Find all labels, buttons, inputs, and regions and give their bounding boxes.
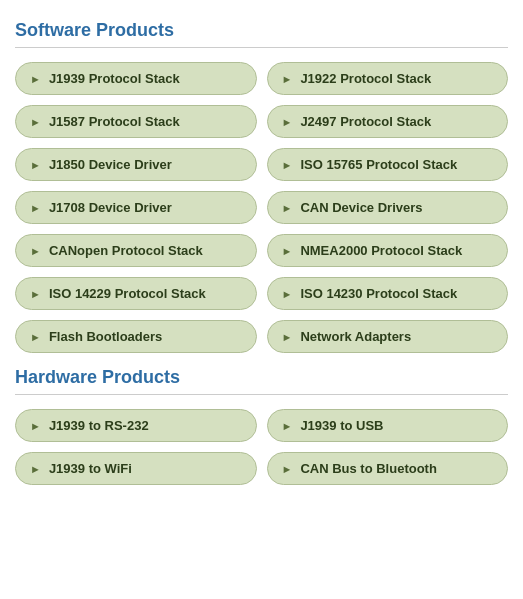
arrow-icon: ► bbox=[30, 331, 41, 343]
btn-iso15765-protocol-stack[interactable]: ► ISO 15765 Protocol Stack bbox=[267, 148, 509, 181]
software-section-title: Software Products bbox=[15, 20, 508, 48]
btn-j1922-protocol-stack[interactable]: ► J1922 Protocol Stack bbox=[267, 62, 509, 95]
hardware-section-title: Hardware Products bbox=[15, 367, 508, 395]
btn-nmea2000-protocol-stack[interactable]: ► NMEA2000 Protocol Stack bbox=[267, 234, 509, 267]
arrow-icon: ► bbox=[282, 245, 293, 257]
btn-label: CAN Bus to Bluetooth bbox=[300, 461, 436, 476]
software-grid: ► J1939 Protocol Stack ► J1922 Protocol … bbox=[15, 62, 508, 353]
btn-iso14230-protocol-stack[interactable]: ► ISO 14230 Protocol Stack bbox=[267, 277, 509, 310]
btn-label: J1939 to WiFi bbox=[49, 461, 132, 476]
arrow-icon: ► bbox=[30, 202, 41, 214]
arrow-icon: ► bbox=[282, 202, 293, 214]
btn-label: CANopen Protocol Stack bbox=[49, 243, 203, 258]
arrow-icon: ► bbox=[30, 288, 41, 300]
btn-canopen-protocol-stack[interactable]: ► CANopen Protocol Stack bbox=[15, 234, 257, 267]
btn-label: J1850 Device Driver bbox=[49, 157, 172, 172]
btn-j1708-device-driver[interactable]: ► J1708 Device Driver bbox=[15, 191, 257, 224]
btn-label: J1922 Protocol Stack bbox=[300, 71, 431, 86]
btn-label: ISO 14230 Protocol Stack bbox=[300, 286, 457, 301]
arrow-icon: ► bbox=[30, 420, 41, 432]
btn-label: Flash Bootloaders bbox=[49, 329, 162, 344]
arrow-icon: ► bbox=[282, 331, 293, 343]
btn-label: ISO 14229 Protocol Stack bbox=[49, 286, 206, 301]
btn-network-adapters[interactable]: ► Network Adapters bbox=[267, 320, 509, 353]
btn-j2497-protocol-stack[interactable]: ► J2497 Protocol Stack bbox=[267, 105, 509, 138]
btn-label: J2497 Protocol Stack bbox=[300, 114, 431, 129]
arrow-icon: ► bbox=[282, 288, 293, 300]
arrow-icon: ► bbox=[30, 159, 41, 171]
btn-label: J1939 to RS-232 bbox=[49, 418, 149, 433]
btn-can-bus-to-bluetooth[interactable]: ► CAN Bus to Bluetooth bbox=[267, 452, 509, 485]
hardware-section: Hardware Products ► J1939 to RS-232 ► J1… bbox=[15, 367, 508, 485]
btn-label: J1587 Protocol Stack bbox=[49, 114, 180, 129]
btn-j1939-to-wifi[interactable]: ► J1939 to WiFi bbox=[15, 452, 257, 485]
software-section: Software Products ► J1939 Protocol Stack… bbox=[15, 20, 508, 353]
arrow-icon: ► bbox=[30, 463, 41, 475]
arrow-icon: ► bbox=[30, 116, 41, 128]
btn-label: NMEA2000 Protocol Stack bbox=[300, 243, 462, 258]
hardware-grid: ► J1939 to RS-232 ► J1939 to USB ► J1939… bbox=[15, 409, 508, 485]
btn-label: J1939 to USB bbox=[300, 418, 383, 433]
arrow-icon: ► bbox=[282, 116, 293, 128]
btn-j1939-to-rs232[interactable]: ► J1939 to RS-232 bbox=[15, 409, 257, 442]
btn-j1939-to-usb[interactable]: ► J1939 to USB bbox=[267, 409, 509, 442]
btn-label: CAN Device Drivers bbox=[300, 200, 422, 215]
btn-label: J1708 Device Driver bbox=[49, 200, 172, 215]
btn-j1850-device-driver[interactable]: ► J1850 Device Driver bbox=[15, 148, 257, 181]
btn-flash-bootloaders[interactable]: ► Flash Bootloaders bbox=[15, 320, 257, 353]
btn-can-device-drivers[interactable]: ► CAN Device Drivers bbox=[267, 191, 509, 224]
btn-iso14229-protocol-stack[interactable]: ► ISO 14229 Protocol Stack bbox=[15, 277, 257, 310]
arrow-icon: ► bbox=[30, 73, 41, 85]
arrow-icon: ► bbox=[282, 463, 293, 475]
arrow-icon: ► bbox=[282, 73, 293, 85]
btn-j1939-protocol-stack[interactable]: ► J1939 Protocol Stack bbox=[15, 62, 257, 95]
arrow-icon: ► bbox=[30, 245, 41, 257]
btn-label: ISO 15765 Protocol Stack bbox=[300, 157, 457, 172]
btn-j1587-protocol-stack[interactable]: ► J1587 Protocol Stack bbox=[15, 105, 257, 138]
arrow-icon: ► bbox=[282, 420, 293, 432]
btn-label: J1939 Protocol Stack bbox=[49, 71, 180, 86]
arrow-icon: ► bbox=[282, 159, 293, 171]
btn-label: Network Adapters bbox=[300, 329, 411, 344]
